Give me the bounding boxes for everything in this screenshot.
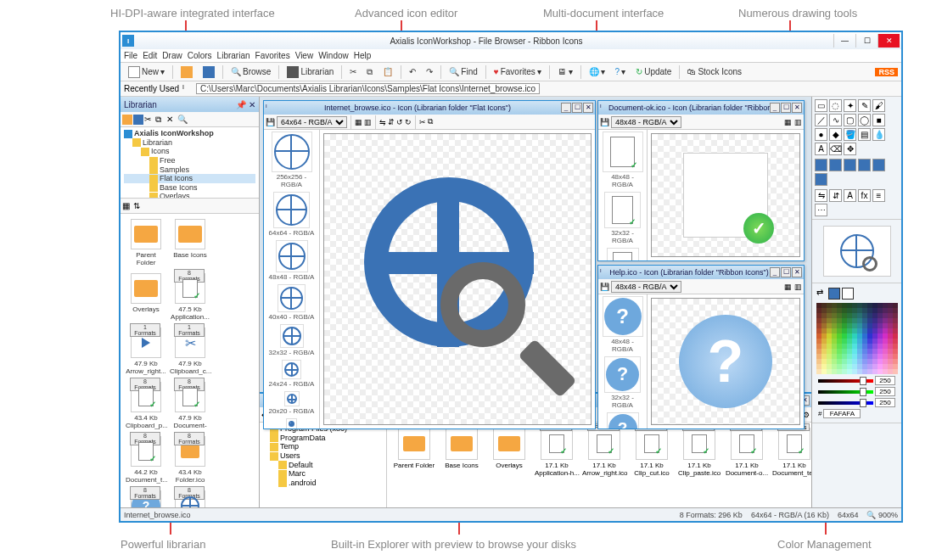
layers-tool[interactable]: ≡ bbox=[872, 189, 885, 202]
fill-rect-tool[interactable]: ■ bbox=[872, 114, 885, 126]
fx-tool[interactable]: fx bbox=[858, 189, 871, 202]
size-2[interactable] bbox=[829, 159, 842, 171]
line-tool[interactable]: ／ bbox=[815, 114, 827, 126]
format-select-2[interactable]: 48x48 - RGB/A bbox=[611, 116, 681, 128]
size-4[interactable] bbox=[858, 159, 871, 171]
picker-tool[interactable]: 💧 bbox=[872, 128, 885, 141]
canvas-help[interactable]: ? bbox=[651, 298, 800, 425]
g-slider[interactable] bbox=[818, 390, 873, 394]
librarian-grid[interactable]: Parent FolderBase IconsOverlays8 Formats… bbox=[121, 214, 259, 507]
rss-badge[interactable]: RSS bbox=[875, 68, 898, 76]
b-slider[interactable] bbox=[818, 401, 873, 405]
menu-help[interactable]: Help bbox=[354, 51, 372, 60]
canvas-doc-ok[interactable]: ✓ bbox=[651, 133, 800, 257]
grid2-icon[interactable]: ▥ bbox=[364, 118, 372, 126]
update-button[interactable]: ↻ Update bbox=[631, 65, 676, 78]
stock-icons-button[interactable]: 🛍 Stock Icons bbox=[683, 65, 746, 78]
close-icon[interactable]: ✕ bbox=[583, 103, 593, 113]
favorites-button[interactable]: ♥ Favorites ▾ bbox=[490, 65, 546, 78]
lib-item[interactable]: 1 Formats47.9 KbArrow_right... bbox=[126, 328, 166, 378]
size-entry[interactable]: ?24x24 - RGB/A bbox=[600, 412, 645, 428]
fb-item[interactable]: 4 Formats17.1 KbClip_cut.ico bbox=[630, 428, 674, 477]
view-icon[interactable]: ▦ bbox=[122, 201, 132, 211]
cut-icon[interactable]: ✂ bbox=[144, 115, 154, 125]
paste-button[interactable]: 📋 bbox=[378, 65, 397, 78]
r-slider[interactable] bbox=[818, 379, 873, 383]
search-icon[interactable]: 🔍 bbox=[177, 115, 188, 125]
gradient-tool[interactable]: ▤ bbox=[858, 128, 871, 141]
close-button[interactable]: ✕ bbox=[878, 34, 900, 48]
folder-icon[interactable] bbox=[122, 115, 132, 125]
size-entry[interactable]: 16x16 - RGB/A bbox=[266, 418, 317, 428]
menu-edit[interactable]: Edit bbox=[143, 51, 157, 60]
size-entry[interactable]: 32x32 - RGB/A bbox=[600, 192, 645, 244]
menu-view[interactable]: View bbox=[295, 51, 314, 60]
grid-icon[interactable]: ▦ bbox=[355, 118, 362, 126]
swap-colors-icon[interactable]: ⇄ bbox=[816, 288, 827, 298]
move-tool[interactable]: ✥ bbox=[844, 143, 856, 155]
new-icon[interactable] bbox=[133, 115, 143, 125]
more-tool[interactable]: ⋯ bbox=[815, 204, 827, 216]
size-entry[interactable]: 48x48 - RGB/A bbox=[600, 132, 645, 188]
bucket-tool[interactable]: 🪣 bbox=[844, 128, 856, 141]
menu-colors[interactable]: Colors bbox=[188, 51, 212, 60]
size-entry[interactable]: 24x24 - RGB/A bbox=[600, 248, 645, 260]
rotate-l-icon[interactable]: ↺ bbox=[396, 118, 403, 126]
rotate-r-icon[interactable]: ↻ bbox=[405, 118, 412, 126]
size-entry[interactable]: 256x256 - RGB/A bbox=[266, 132, 317, 188]
pencil-tool[interactable]: ✎ bbox=[858, 99, 871, 112]
fb-tree-item[interactable]: ProgramData bbox=[261, 434, 384, 443]
cut-icon[interactable]: ✂ bbox=[419, 118, 426, 126]
fb-tree-item[interactable]: Temp bbox=[261, 442, 384, 451]
pin-icon[interactable]: 📌 ✕ bbox=[236, 100, 255, 109]
format-select-3[interactable]: 48x48 - RGB/A bbox=[611, 281, 681, 293]
minimize-button[interactable]: — bbox=[833, 34, 855, 48]
size-entry[interactable]: 48x48 - RGB/A bbox=[266, 240, 317, 281]
brush-tool[interactable]: 🖌 bbox=[872, 99, 885, 112]
menu-draw[interactable]: Draw bbox=[162, 51, 182, 60]
size-entry[interactable]: 32x32 - RGB/A bbox=[266, 324, 317, 356]
palette-cell[interactable] bbox=[893, 369, 898, 374]
flip-h-tool[interactable]: ⇋ bbox=[815, 189, 827, 202]
find-button[interactable]: 🔍 Find bbox=[445, 65, 481, 78]
fb-tree-item[interactable]: Users bbox=[261, 451, 384, 461]
lib-item[interactable]: 8 Formats?48.7 KbHelp.ico bbox=[126, 490, 166, 507]
menu-librarian[interactable]: Librarian bbox=[217, 51, 250, 60]
lib-item[interactable]: 8 Formats47.9 KbDocument-o... bbox=[170, 382, 210, 433]
editor-window-doc-ok[interactable]: I Document-ok.ico - Icon (Librarian fold… bbox=[597, 100, 805, 261]
lasso-tool[interactable]: ◌ bbox=[829, 99, 842, 112]
lib-item[interactable]: 1 Formats✂47.9 KbClipboard_c... bbox=[170, 328, 210, 378]
fg-color[interactable] bbox=[828, 288, 840, 300]
flip-v-tool[interactable]: ⇵ bbox=[829, 189, 842, 202]
text-tool[interactable]: A bbox=[815, 143, 827, 155]
new-button[interactable]: New ▾ bbox=[124, 64, 169, 80]
help-button[interactable]: ? ▾ bbox=[611, 65, 631, 78]
save-icon[interactable]: 💾 bbox=[266, 118, 275, 126]
file-browser-grid[interactable]: Parent FolderBase IconsOverlays4 Formats… bbox=[387, 423, 811, 507]
hex-value[interactable]: FAFAFA bbox=[823, 409, 861, 418]
menu-favorites[interactable]: Favorites bbox=[255, 51, 290, 60]
color-palette[interactable] bbox=[816, 303, 898, 374]
delete-icon[interactable]: ✕ bbox=[166, 115, 177, 125]
curve-tool[interactable]: ∿ bbox=[829, 114, 842, 126]
fb-tree-item[interactable]: Default bbox=[261, 461, 384, 470]
lib-item[interactable]: Parent Folder bbox=[126, 219, 166, 270]
select-tool[interactable]: ▭ bbox=[815, 99, 827, 112]
lib-item[interactable]: 8 Formats47.5 KbApplication... bbox=[170, 273, 210, 324]
monitor-button[interactable]: 🖥 ▾ bbox=[553, 65, 577, 78]
size-entry[interactable]: 40x40 - RGB/A bbox=[266, 284, 317, 321]
recent-path[interactable]: C:\Users\Marc\Documents\Axialis Libraria… bbox=[196, 83, 540, 94]
size-entry[interactable]: 64x64 - RGB/A bbox=[266, 192, 317, 237]
cut-button[interactable]: ✂ bbox=[345, 65, 361, 78]
min-icon[interactable]: _ bbox=[561, 103, 571, 113]
fb-item[interactable]: 4 Formats17.1 KbApplication-h... bbox=[535, 428, 579, 477]
copy-icon[interactable]: ⧉ bbox=[155, 115, 165, 125]
web-button[interactable]: 🌐 ▾ bbox=[585, 65, 609, 78]
editor-window-help[interactable]: I Help.ico - Icon (Librarian folder "Rib… bbox=[597, 265, 805, 429]
lib-item[interactable]: 8 Formats43.4 KbClipboard_p... bbox=[126, 382, 166, 433]
size-entry[interactable]: 20x20 - RGB/A bbox=[266, 391, 317, 415]
font-tool[interactable]: A bbox=[844, 189, 856, 202]
flip-v-icon[interactable]: ⇵ bbox=[388, 118, 395, 126]
flip-h-icon[interactable]: ⇋ bbox=[379, 118, 386, 126]
size-5[interactable] bbox=[872, 159, 885, 171]
